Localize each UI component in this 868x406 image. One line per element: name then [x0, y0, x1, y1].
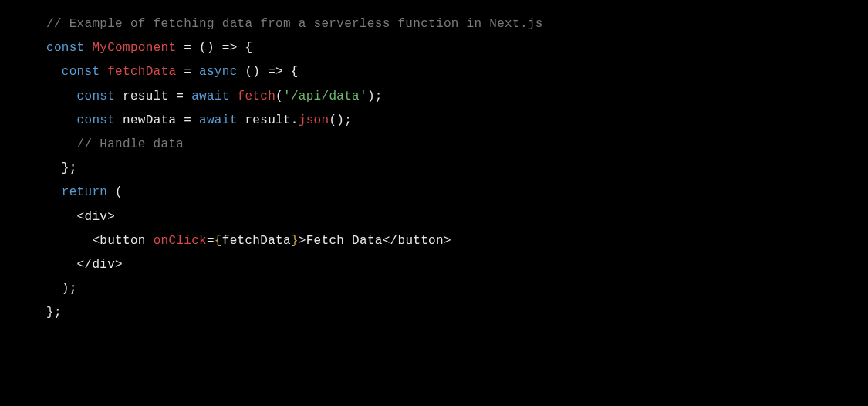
- comment: // Handle data: [46, 137, 184, 151]
- keyword-await: await: [191, 90, 230, 103]
- component-name: MyComponent: [85, 41, 177, 55]
- code-line-6: // Handle data: [46, 133, 868, 157]
- keyword-async: async: [199, 65, 238, 79]
- code-line-4: const result = await fetch('/api/data');: [46, 85, 868, 109]
- paren-close: );: [367, 90, 383, 103]
- code-line-5: const newData = await result.json();: [46, 109, 868, 133]
- code-line-10: <div>: [46, 205, 868, 229]
- jsx-div-open: <div>: [46, 210, 115, 224]
- string-literal: '/api/data': [283, 90, 367, 103]
- keyword-const: const: [46, 113, 115, 127]
- space: [230, 90, 238, 103]
- arrow-fn: = () => {: [176, 41, 252, 55]
- paren-open: (: [107, 185, 123, 199]
- code-block: // Example of fetching data from a serve…: [46, 12, 868, 325]
- code-line-14: };: [46, 301, 868, 325]
- keyword-return: return: [46, 185, 107, 199]
- code-line-7: };: [46, 157, 868, 181]
- jsx-button-open: <button: [46, 234, 154, 248]
- method-json: json: [299, 113, 329, 127]
- code-line-1: // Example of fetching data from a serve…: [46, 12, 868, 36]
- jsx-brace-close: }: [291, 234, 299, 248]
- var-eq: result =: [115, 90, 191, 103]
- code-line-2: const MyComponent = () => {: [46, 36, 868, 60]
- code-line-9: return (: [46, 181, 868, 205]
- close-brace: };: [46, 161, 77, 175]
- jsx-attr-onclick: onClick: [154, 234, 207, 248]
- paren-close: );: [46, 282, 77, 296]
- code-line-12: </div>: [46, 253, 868, 277]
- var-eq: newData =: [115, 113, 199, 127]
- keyword-await: await: [199, 113, 238, 127]
- code-line-13: );: [46, 277, 868, 301]
- paren-open: (: [275, 90, 283, 103]
- jsx-button-rest: >Fetch Data</button>: [299, 234, 451, 248]
- equals: =: [207, 234, 214, 248]
- fn-fetch: fetch: [238, 90, 276, 103]
- jsx-brace-open: {: [214, 234, 222, 248]
- keyword-const: const: [46, 90, 115, 103]
- code-line-11: <button onClick={fetchData}>Fetch Data</…: [46, 229, 868, 253]
- dot-access: result.: [238, 113, 299, 127]
- jsx-expr: fetchData: [222, 234, 291, 248]
- close-brace: };: [46, 306, 62, 320]
- code-line-3: const fetchData = async () => {: [46, 60, 868, 84]
- fn-name: fetchData: [100, 65, 176, 79]
- equals: =: [176, 65, 199, 79]
- jsx-div-close: </div>: [46, 258, 123, 272]
- arrow-fn: () => {: [238, 65, 299, 79]
- keyword-const: const: [46, 41, 85, 55]
- call-end: ();: [329, 113, 352, 127]
- keyword-const: const: [46, 65, 100, 79]
- comment: // Example of fetching data from a serve…: [46, 17, 543, 31]
